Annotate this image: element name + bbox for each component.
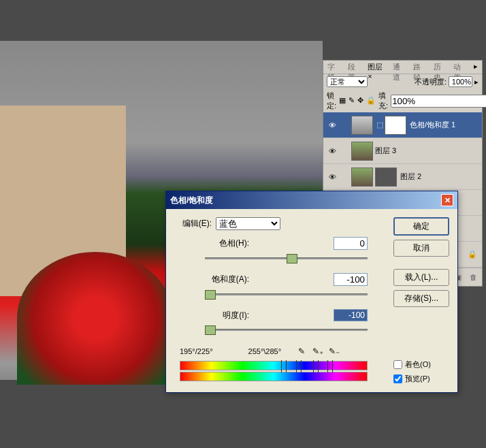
edit-label: 编辑(E): — [174, 218, 212, 229]
opacity-flyout-icon[interactable]: ▸ — [474, 78, 479, 86]
save-button[interactable]: 存储(S)... — [393, 290, 449, 307]
colorize-checkbox[interactable] — [393, 360, 402, 369]
layer-thumbnail[interactable] — [351, 167, 373, 187]
saturation-input[interactable] — [334, 273, 368, 286]
dialog-titlebar[interactable]: 色相/饱和度 ✕ — [166, 191, 457, 209]
hue-result-bar — [180, 372, 368, 381]
hue-label: 色相(H): — [205, 238, 249, 249]
layer-name[interactable]: 色相/饱和度 1 — [410, 120, 480, 130]
fill-input[interactable] — [391, 95, 486, 108]
mask-thumbnail[interactable] — [375, 167, 397, 187]
fill-label: 填充: — [378, 91, 388, 111]
layer-thumbnail[interactable] — [351, 116, 373, 135]
visibility-icon[interactable]: 👁 — [325, 170, 339, 184]
panel-tab-bar: 字符 段落 图层 × 通道 路径 历史 动作 ▸ — [323, 61, 482, 74]
edit-select[interactable]: 蓝色 — [216, 217, 280, 230]
tab-char[interactable]: 字符 — [323, 61, 344, 74]
cancel-button[interactable]: 取消 — [393, 240, 449, 257]
range-right: 255°\285° — [248, 347, 282, 355]
layer-row-hue-sat[interactable]: 👁 ⬚ 色相/饱和度 1 — [323, 112, 482, 138]
opacity-input[interactable] — [449, 76, 472, 87]
mask-thumbnail[interactable] — [385, 116, 406, 135]
close-button[interactable]: ✕ — [441, 194, 453, 206]
trash-icon[interactable]: 🗑 — [467, 271, 479, 283]
lightness-label: 明度(I): — [205, 310, 249, 321]
layer-name[interactable]: 图层 2 — [400, 172, 480, 182]
preview-checkbox-row[interactable]: 预览(P) — [393, 374, 449, 384]
dialog-title: 色相/饱和度 — [170, 195, 213, 206]
tab-layers[interactable]: 图层 × — [363, 61, 389, 74]
ok-button[interactable]: 确定 — [393, 217, 449, 236]
lightness-slider[interactable] — [205, 324, 368, 335]
visibility-icon[interactable]: 👁 — [325, 118, 339, 132]
hue-input[interactable] — [334, 237, 368, 250]
eyedropper-icon[interactable]: ✎ — [295, 345, 308, 358]
lock-label: 锁定: — [327, 91, 336, 111]
eyedropper-add-icon[interactable]: ✎₊ — [311, 345, 325, 358]
lock-all-icon[interactable]: 🔒 — [366, 96, 376, 106]
tab-paths[interactable]: 路径 — [409, 61, 430, 74]
load-button[interactable]: 载入(L)... — [393, 269, 449, 286]
layer-row-2[interactable]: 👁 图层 2 — [323, 164, 482, 190]
lock-move-icon[interactable]: ✥ — [357, 96, 363, 106]
visibility-icon[interactable]: 👁 — [325, 144, 339, 158]
mask-link-icon[interactable]: ⬚ — [376, 121, 383, 129]
hue-slider[interactable] — [205, 253, 368, 263]
blend-controls: 正常 不透明度: ▸ — [323, 74, 482, 89]
layer-name[interactable]: 图层 3 — [375, 146, 480, 156]
lock-brush-icon[interactable]: ✎ — [349, 96, 355, 106]
hue-range-bar[interactable] — [180, 361, 368, 370]
blend-mode-select[interactable]: 正常 — [327, 76, 368, 87]
hue-saturation-dialog: 色相/饱和度 ✕ 编辑(E): 蓝色 色相(H): 饱和度(A): — [165, 191, 458, 393]
lock-transparency-icon[interactable]: ▦ — [339, 96, 346, 106]
eyedropper-subtract-icon[interactable]: ✎₋ — [327, 345, 341, 358]
tab-para[interactable]: 段落 — [344, 61, 364, 74]
layer-row-3[interactable]: 👁 图层 3 — [323, 138, 482, 164]
tab-history[interactable]: 历史 — [430, 61, 450, 74]
saturation-label: 饱和度(A): — [205, 274, 249, 285]
preview-checkbox[interactable] — [393, 374, 402, 383]
layer-thumbnail[interactable] — [351, 142, 373, 161]
lock-icon: 🔒 — [468, 250, 477, 259]
panel-menu-icon[interactable]: ▸ — [470, 61, 482, 74]
lock-controls: 锁定: ▦ ✎ ✥ 🔒 填充: ▸ — [323, 89, 482, 112]
lightness-input[interactable]: -100 — [334, 309, 368, 321]
range-left: 195°/225° — [180, 347, 213, 355]
preview-label: 预览(P) — [405, 374, 430, 384]
saturation-slider[interactable] — [205, 289, 368, 300]
colorize-checkbox-row[interactable]: 着色(O) — [393, 359, 449, 370]
colorize-label: 着色(O) — [405, 359, 431, 370]
tab-actions[interactable]: 动作 — [449, 61, 470, 74]
opacity-label: 不透明度: — [415, 77, 447, 87]
tab-channels[interactable]: 通道 — [389, 61, 409, 74]
